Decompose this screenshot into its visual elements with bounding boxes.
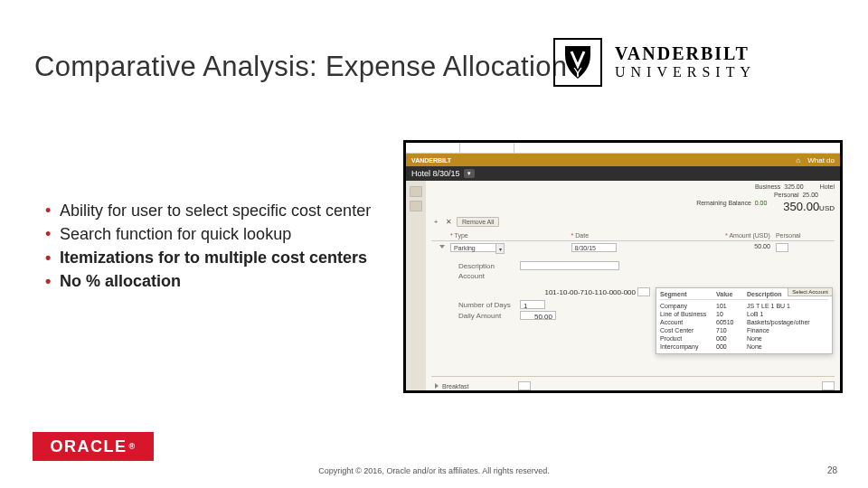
remaining-value: 0.00	[755, 200, 768, 206]
itemization-toolbar: + ✕ Remove All	[431, 217, 835, 227]
col-personal: Personal	[773, 230, 835, 241]
search-hint[interactable]: What do	[807, 156, 835, 164]
home-icon[interactable]: ⌂	[796, 156, 800, 164]
remaining-label: Remaining Balance	[696, 200, 751, 206]
daily-amount-label: Daily Amount	[458, 312, 516, 320]
item-dd-icon[interactable]	[518, 381, 531, 390]
table-row[interactable]: Breakfast	[431, 376, 835, 393]
sidebar-icon[interactable]	[410, 186, 422, 197]
description-label: Description	[458, 262, 516, 270]
itemization-table: Type Date Amount (USD) Personal Parking▾…	[431, 230, 835, 256]
window-titlebar: Hotel 8/30/15 ▾	[406, 166, 840, 181]
oracle-logo-text: ORACLE	[50, 437, 127, 456]
bullet-item: Itemizations for to multiple cost center…	[45, 246, 371, 269]
popover-row[interactable]: Line of Business10LoB 1	[660, 310, 828, 318]
item-name: Breakfast	[442, 383, 514, 389]
type-field[interactable]: Parking▾	[450, 243, 505, 254]
total-amount: 350.00	[783, 200, 819, 213]
app-sidebar	[406, 181, 426, 390]
shield-icon	[553, 38, 602, 87]
vanderbilt-text-2: UNIVERSITY	[615, 65, 756, 80]
popover-row[interactable]: Company101JS T LE 1 BU 1	[660, 302, 828, 310]
popover-col-segment: Segment	[660, 291, 716, 297]
app-brandbar: VANDERBILT ⌂ What do	[406, 154, 840, 166]
personal-checkbox[interactable]	[776, 243, 788, 252]
app-screenshot: VANDERBILT ⌂ What do Hotel 8/30/15 ▾ Bus…	[403, 140, 843, 393]
description-field[interactable]	[520, 261, 619, 270]
amount-value: 50.00	[754, 243, 770, 249]
title-dropdown-icon[interactable]: ▾	[464, 169, 475, 178]
table-row: Parking▾ 8/30/15 50.00	[431, 241, 835, 257]
slide: Comparative Analysis: Expense Allocation…	[0, 0, 868, 488]
vanderbilt-logo: VANDERBILT UNIVERSITY	[553, 36, 834, 89]
page-number: 28	[827, 465, 837, 475]
expand-icon[interactable]	[439, 245, 445, 249]
business-label: Business	[755, 183, 780, 190]
sub-items: Breakfast Room Rate 275.00	[431, 376, 835, 393]
daily-amount-field[interactable]: 50.00	[520, 311, 556, 320]
col-date: Date	[569, 230, 671, 241]
chevron-down-icon[interactable]: ▾	[495, 243, 505, 254]
account-row: Account	[458, 272, 835, 280]
popover-row[interactable]: Product000None	[660, 334, 828, 343]
oracle-logo: ORACLE®	[33, 432, 154, 461]
personal-value: 25.00	[802, 192, 818, 198]
type-value[interactable]: Parking	[450, 243, 495, 252]
col-amount: Amount (USD)	[671, 230, 773, 241]
app-content: Business 325.00 Hotel Personal 25.00	[426, 181, 840, 390]
select-account-button[interactable]: Select Account	[788, 287, 833, 296]
brandbar-logo-text: VANDERBILT	[411, 157, 451, 164]
copyright-text: Copyright © 2016, Oracle and/or its affi…	[318, 466, 550, 475]
popover-col-value: Value	[716, 291, 747, 297]
col-type: Type	[448, 230, 569, 241]
bullet-item: No % allocation	[45, 269, 371, 293]
sidebar-icon[interactable]	[410, 201, 422, 211]
bullet-item: Ability for user to select specific cost…	[45, 199, 371, 222]
popover-row[interactable]: Account60510Baskets/postage/other	[660, 318, 828, 326]
browser-tab[interactable]	[406, 143, 460, 154]
business-value: 325.00	[784, 183, 803, 190]
popover-row[interactable]: Cost Center710Finance	[660, 326, 828, 334]
popover-row[interactable]: Intercompany000None	[660, 343, 828, 351]
remove-all-button[interactable]: Remove All	[457, 217, 499, 227]
vanderbilt-text-1: VANDERBILT	[615, 44, 756, 63]
browser-tabstrip	[406, 143, 840, 154]
account-lookup-icon[interactable]	[637, 287, 650, 296]
browser-tab[interactable]	[460, 143, 514, 154]
delete-icon[interactable]: ✕	[444, 218, 453, 227]
personal-label: Personal	[774, 192, 799, 198]
total-currency: USD	[819, 204, 835, 212]
hotel-label: Hotel	[820, 183, 835, 191]
totals-panel: Business 325.00 Hotel Personal 25.00	[696, 183, 835, 215]
bullet-list: Ability for user to select specific cost…	[45, 199, 371, 293]
num-days-label: Number of Days	[458, 301, 516, 309]
expand-icon[interactable]	[435, 383, 439, 389]
date-field[interactable]: 8/30/15	[571, 243, 617, 252]
account-value[interactable]: 101-10-00-710-110-000-000	[544, 288, 636, 296]
personal-checkbox[interactable]	[822, 381, 835, 390]
slide-title: Comparative Analysis: Expense Allocation	[34, 51, 567, 83]
account-label: Account	[458, 272, 516, 280]
window-title: Hotel 8/30/15	[411, 169, 460, 178]
bullet-item: Search function for quick lookup	[45, 222, 371, 246]
account-popover: Select Account Segment Value Description…	[656, 287, 833, 354]
popover-col-desc: Description	[747, 291, 782, 297]
add-icon[interactable]: +	[431, 218, 440, 227]
num-days-field[interactable]: 1	[520, 300, 545, 309]
